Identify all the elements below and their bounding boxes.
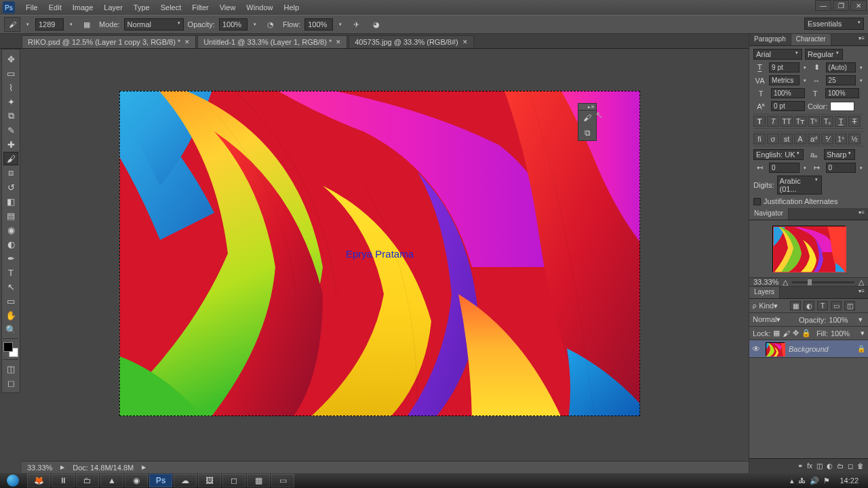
brush-panel-icon[interactable]: ▦ xyxy=(79,17,95,32)
layer-opacity-input[interactable]: 100% xyxy=(829,316,856,324)
float-collapse-icon[interactable]: ▸✕ xyxy=(578,104,596,110)
visibility-icon[interactable]: 👁 xyxy=(752,344,762,354)
allcaps-button[interactable]: TT xyxy=(781,116,793,127)
doc-tab-2[interactable]: 405735.jpg @ 33.3% (RGB/8#)✕ xyxy=(349,35,473,48)
taskbar-app-icon[interactable]: ▭ xyxy=(271,474,294,487)
tracking-input[interactable]: 25 xyxy=(826,75,856,85)
minimize-button[interactable]: — xyxy=(815,0,831,11)
filter-pixel-icon[interactable]: ▦ xyxy=(790,301,801,310)
underline-button[interactable]: T xyxy=(835,116,847,127)
clone-source-icon[interactable]: ⧉ xyxy=(578,125,596,140)
filter-kind-dropdown[interactable]: Kind▾ xyxy=(759,302,787,310)
taskbar-vlc-icon[interactable]: ▲ xyxy=(100,474,123,487)
type-tool[interactable]: T xyxy=(3,266,18,279)
filter-adjust-icon[interactable]: ◐ xyxy=(804,301,814,310)
kerning-input[interactable]: Metrics xyxy=(769,75,799,85)
fg-bg-color[interactable] xyxy=(3,342,18,357)
taskbar-explorer-icon[interactable]: 🗀 xyxy=(76,474,99,487)
menu-type[interactable]: Type xyxy=(128,1,155,14)
doc-tab-1[interactable]: Untitled-1 @ 33.3% (Layer 1, RGB/8) *✕ xyxy=(197,35,347,48)
lock-all-icon[interactable]: 🔒 xyxy=(802,329,811,338)
menu-image[interactable]: Image xyxy=(67,1,99,14)
pressure-opacity-icon[interactable]: ◔ xyxy=(262,17,279,32)
lasso-tool[interactable]: ⌇ xyxy=(3,81,18,94)
healing-tool[interactable]: ✚ xyxy=(3,138,18,151)
pressure-size-icon[interactable]: ◕ xyxy=(368,17,384,32)
layer-row-background[interactable]: 👁 Background 🔒 xyxy=(749,340,868,358)
path-select-tool[interactable]: ↖ xyxy=(3,280,18,293)
zoom-tool[interactable]: 🔍 xyxy=(3,323,18,336)
taskbar-photoshop-icon[interactable]: Ps xyxy=(149,474,172,487)
menu-help[interactable]: Help xyxy=(278,1,304,14)
status-arrow-icon[interactable]: ▶ xyxy=(60,464,64,470)
brush-size-input[interactable]: 1289 xyxy=(35,18,64,30)
crop-tool[interactable]: ⧉ xyxy=(3,109,18,123)
flow-input[interactable]: 100% xyxy=(304,18,333,30)
floating-palette[interactable]: ▸✕ 🖌 ⧉ xyxy=(578,103,597,141)
flow-arrow[interactable]: ▾ xyxy=(337,17,344,32)
ordinals-button[interactable]: aᵈ xyxy=(808,134,820,144)
taskbar-app-icon[interactable]: ☁ xyxy=(174,474,197,487)
layer-thumbnail[interactable] xyxy=(766,342,785,356)
blur-tool[interactable]: ◉ xyxy=(3,223,18,237)
subscript-button[interactable]: Tₛ xyxy=(821,116,833,127)
panel-menu-icon[interactable]: ▾≡ xyxy=(855,34,868,45)
eyedropper-tool[interactable]: ✎ xyxy=(3,123,18,137)
filter-shape-icon[interactable]: ▭ xyxy=(831,301,842,310)
opacity-input[interactable]: 100% xyxy=(219,18,248,30)
start-button[interactable] xyxy=(0,473,26,488)
new-layer-icon[interactable]: ◻ xyxy=(848,462,853,470)
leading-input[interactable]: (Auto) xyxy=(826,62,856,73)
status-doc-size[interactable]: Doc: 14.8M/14.8M xyxy=(73,464,134,472)
airbrush-icon[interactable]: ✈ xyxy=(348,17,364,32)
brushes-icon[interactable]: 🖌 xyxy=(578,110,596,125)
zoom-out-icon[interactable]: △ xyxy=(783,278,788,287)
menu-layer[interactable]: Layer xyxy=(98,1,128,14)
faux-italic-button[interactable]: T xyxy=(767,116,779,127)
screenmode-icon[interactable]: ◻ xyxy=(3,376,18,390)
smallcaps-button[interactable]: Tᴛ xyxy=(794,116,806,127)
fractions-button[interactable]: ⅟ xyxy=(821,134,833,144)
layer-mask-icon[interactable]: ◫ xyxy=(816,462,823,470)
mode-dropdown[interactable]: Normal▾ xyxy=(124,18,184,30)
vscale-input[interactable]: 100% xyxy=(771,88,805,98)
menu-select[interactable]: Select xyxy=(155,1,187,14)
zoom-in-icon[interactable]: △ xyxy=(859,278,864,287)
maximize-button[interactable]: ❐ xyxy=(833,0,849,11)
tab-navigator[interactable]: Navigator xyxy=(749,208,789,220)
taskbar-pause-icon[interactable]: ⏸ xyxy=(52,474,75,487)
taskbar-firefox-icon[interactable]: 🦊 xyxy=(27,474,50,487)
baseline-input[interactable]: 0 pt xyxy=(771,101,805,111)
taskbar-chrome-icon[interactable]: ◉ xyxy=(125,474,148,487)
group-icon[interactable]: 🗀 xyxy=(837,462,844,470)
delete-layer-icon[interactable]: 🗑 xyxy=(857,462,864,470)
opacity-arrow[interactable]: ▾ xyxy=(252,17,258,32)
ligatures-button[interactable]: fi xyxy=(753,134,766,144)
superscript-button[interactable]: Tˢ xyxy=(808,116,820,127)
brush-preset-arrow[interactable]: ▾ xyxy=(68,17,75,32)
tab-layers[interactable]: Layers xyxy=(749,287,780,298)
close-icon[interactable]: ✕ xyxy=(462,39,468,45)
navigator-thumbnail[interactable] xyxy=(772,226,846,272)
layer-name[interactable]: Background xyxy=(789,345,829,353)
hand-tool[interactable]: ✋ xyxy=(3,308,18,322)
close-button[interactable]: ✕ xyxy=(850,0,867,11)
tray-up-icon[interactable]: ▴ xyxy=(790,476,794,485)
brush-tool[interactable]: 🖌 xyxy=(3,152,18,165)
filter-type-icon[interactable]: T xyxy=(817,301,828,310)
fill-input[interactable]: 100% xyxy=(831,329,858,338)
status-arrow-icon[interactable]: ▶ xyxy=(142,464,146,470)
eraser-tool[interactable]: ◧ xyxy=(3,195,18,208)
antialias-dropdown[interactable]: Sharp▾ xyxy=(824,149,855,160)
quickmask-icon[interactable]: ◫ xyxy=(3,362,18,375)
dodge-tool[interactable]: ◐ xyxy=(3,237,18,251)
font-family-dropdown[interactable]: Arial▾ xyxy=(753,49,802,60)
menu-edit[interactable]: Edit xyxy=(43,1,67,14)
stamp-tool[interactable]: ⧈ xyxy=(3,166,18,180)
move-tool[interactable]: ✥ xyxy=(3,52,18,66)
panel-menu-icon[interactable]: ▾≡ xyxy=(855,287,868,298)
taskbar-app-icon[interactable]: ◻ xyxy=(222,474,245,487)
shape-tool[interactable]: ▭ xyxy=(3,294,18,308)
titling-button[interactable]: A xyxy=(794,134,806,144)
history-brush-tool[interactable]: ↺ xyxy=(3,180,18,194)
